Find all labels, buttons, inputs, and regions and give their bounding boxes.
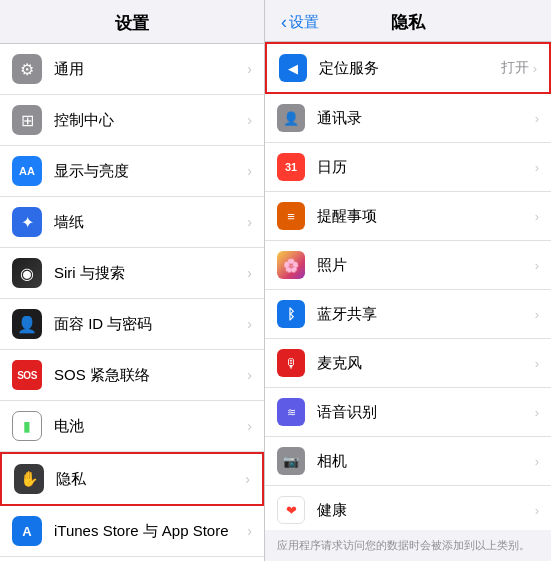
siri-icon: ◉ [20,264,34,283]
privacy-item-camera[interactable]: 📷 相机 › [265,437,551,486]
left-header: 设置 [0,0,264,44]
general-label: 通用 [54,60,247,79]
privacy-list: ◀ 定位服务 打开 › 👤 通讯录 › 31 日历 › ≡ 提醒事项 › 🌸 照… [265,42,551,530]
wallpaper-icon: ✦ [21,213,34,232]
faceid-label: 面容 ID 与密码 [54,315,247,334]
privacy-item-contacts[interactable]: 👤 通讯录 › [265,94,551,143]
health-chevron: › [535,503,539,518]
speech-icon-wrap: ≋ [277,398,305,426]
sos-chevron: › [247,367,252,383]
battery-label: 电池 [54,417,247,436]
sos-icon: SOS [17,370,37,381]
privacy-item-calendar[interactable]: 31 日历 › [265,143,551,192]
speech-chevron: › [535,405,539,420]
bluetooth-icon: ᛒ [287,306,295,322]
right-header-title: 隐私 [391,11,425,34]
mic-icon: 🎙 [285,356,298,371]
location-label: 定位服务 [319,59,501,78]
display-icon-wrap: AA [12,156,42,186]
bluetooth-icon-wrap: ᛒ [277,300,305,328]
bluetooth-label: 蓝牙共享 [317,305,535,324]
microphone-label: 麦克风 [317,354,535,373]
battery-chevron: › [247,418,252,434]
location-icon-wrap: ◀ [279,54,307,82]
chevron-left-icon: ‹ [281,12,287,33]
wallpaper-icon-wrap: ✦ [12,207,42,237]
contacts-chevron: › [535,111,539,126]
photos-chevron: › [535,258,539,273]
privacy-item-reminders[interactable]: ≡ 提醒事项 › [265,192,551,241]
siri-label: Siri 与搜索 [54,264,247,283]
settings-list: ⚙ 通用 › ⊞ 控制中心 › AA 显示与亮度 › ✦ 墙纸 › ◉ Siri… [0,44,264,561]
privacy-item-health[interactable]: ❤ 健康 › [265,486,551,530]
location-status: 打开 [501,59,529,77]
privacy-footer: 应用程序请求访问您的数据时会被添加到以上类别。 [265,530,551,561]
photos-label: 照片 [317,256,535,275]
calendar-label: 日历 [317,158,535,177]
reminders-icon: ≡ [287,209,295,224]
privacy-icon-wrap: ✋ [14,464,44,494]
faceid-chevron: › [247,316,252,332]
health-label: 健康 [317,501,535,520]
settings-item-wallpaper[interactable]: ✦ 墙纸 › [0,197,264,248]
display-icon: AA [19,165,35,177]
settings-item-siri[interactable]: ◉ Siri 与搜索 › [0,248,264,299]
settings-item-battery[interactable]: ▮ 电池 › [0,401,264,452]
settings-item-display[interactable]: AA 显示与亮度 › [0,146,264,197]
itunes-icon-wrap: A [12,516,42,546]
settings-item-wallet[interactable]: 💳 钱包与 Apple Pay › [0,557,264,561]
calendar-icon: 31 [285,161,297,173]
calendar-chevron: › [535,160,539,175]
wallpaper-chevron: › [247,214,252,230]
settings-item-general[interactable]: ⚙ 通用 › [0,44,264,95]
siri-chevron: › [247,265,252,281]
privacy-chevron: › [245,471,250,487]
contacts-label: 通讯录 [317,109,535,128]
battery-icon-wrap: ▮ [12,411,42,441]
privacy-item-location[interactable]: ◀ 定位服务 打开 › [265,42,551,94]
sos-icon-wrap: SOS [12,360,42,390]
privacy-item-microphone[interactable]: 🎙 麦克风 › [265,339,551,388]
settings-item-faceid[interactable]: 👤 面容 ID 与密码 › [0,299,264,350]
reminders-icon-wrap: ≡ [277,202,305,230]
wallpaper-label: 墙纸 [54,213,247,232]
location-icon: ◀ [288,61,298,76]
settings-item-control[interactable]: ⊞ 控制中心 › [0,95,264,146]
microphone-chevron: › [535,356,539,371]
sos-label: SOS 紧急联络 [54,366,247,385]
camera-icon-wrap: 📷 [277,447,305,475]
reminders-chevron: › [535,209,539,224]
speech-label: 语音识别 [317,403,535,422]
right-panel: ‹ 设置 隐私 ◀ 定位服务 打开 › 👤 通讯录 › 31 日历 › ≡ 提醒… [265,0,551,561]
general-icon: ⚙ [20,60,34,79]
right-header: ‹ 设置 隐私 [265,0,551,42]
settings-item-itunes[interactable]: A iTunes Store 与 App Store › [0,506,264,557]
display-chevron: › [247,163,252,179]
location-chevron: › [533,61,537,76]
itunes-icon: A [17,521,37,541]
privacy-item-speech[interactable]: ≋ 语音识别 › [265,388,551,437]
privacy-icon: ✋ [20,470,39,488]
control-icon-wrap: ⊞ [12,105,42,135]
siri-icon-wrap: ◉ [12,258,42,288]
bluetooth-chevron: › [535,307,539,322]
speech-icon: ≋ [287,406,296,419]
photos-icon: 🌸 [283,258,299,273]
privacy-item-bluetooth[interactable]: ᛒ 蓝牙共享 › [265,290,551,339]
display-label: 显示与亮度 [54,162,247,181]
general-chevron: › [247,61,252,77]
settings-item-privacy[interactable]: ✋ 隐私 › [0,452,264,506]
privacy-item-photos[interactable]: 🌸 照片 › [265,241,551,290]
contacts-icon: 👤 [283,111,299,126]
back-button[interactable]: ‹ 设置 [281,12,319,33]
control-label: 控制中心 [54,111,247,130]
photos-icon-wrap: 🌸 [277,251,305,279]
settings-item-sos[interactable]: SOS SOS 紧急联络 › [0,350,264,401]
faceid-icon-wrap: 👤 [12,309,42,339]
battery-icon: ▮ [23,418,31,434]
left-panel: 设置 ⚙ 通用 › ⊞ 控制中心 › AA 显示与亮度 › ✦ 墙纸 › ◉ S… [0,0,265,561]
camera-icon: 📷 [283,454,299,469]
itunes-chevron: › [247,523,252,539]
microphone-icon-wrap: 🎙 [277,349,305,377]
faceid-icon: 👤 [17,315,37,334]
